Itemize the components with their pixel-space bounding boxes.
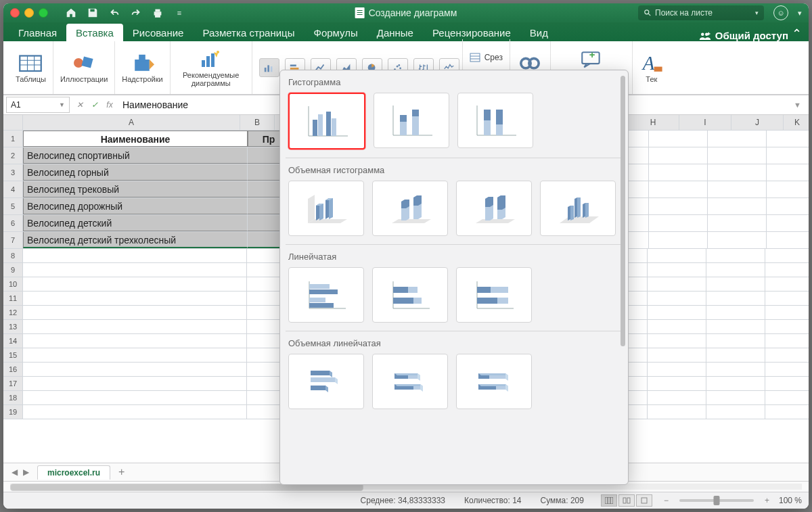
accept-formula-icon[interactable]: ✓ [87, 100, 102, 110]
undo-icon[interactable] [108, 7, 120, 19]
svg-rect-12 [82, 56, 93, 68]
view-page-break-button[interactable] [636, 494, 652, 507]
sheet-tab[interactable]: microexcel.ru [37, 465, 110, 480]
text-group[interactable]: A Тек [633, 41, 671, 94]
expand-formula-icon[interactable]: ▼ [794, 101, 809, 109]
addins-group[interactable]: Надстройки [115, 41, 170, 94]
slicer-button[interactable]: Срез [470, 53, 503, 62]
row-header[interactable]: 12 [3, 306, 23, 319]
select-all-corner[interactable] [3, 115, 23, 130]
row-header[interactable]: 13 [3, 320, 23, 333]
tab-insert[interactable]: Вставка [66, 24, 123, 41]
collapse-ribbon-icon[interactable]: ⌃ [792, 26, 802, 41]
tables-group[interactable]: Таблицы [9, 41, 53, 94]
svg-rect-1 [155, 9, 160, 12]
svg-rect-38 [654, 67, 662, 72]
tab-data[interactable]: Данные [367, 24, 423, 41]
row-header[interactable]: 14 [3, 334, 23, 348]
svg-rect-18 [211, 53, 215, 67]
row-header[interactable]: 18 [3, 391, 23, 404]
save-icon[interactable] [87, 7, 99, 19]
cell[interactable]: Велосипед дорожный [23, 198, 248, 214]
100-stacked-bar-thumb[interactable] [456, 267, 532, 323]
col-header-j[interactable]: J [731, 115, 784, 130]
recommended-charts-group[interactable]: Рекомендуемые диаграммы [171, 41, 252, 94]
cell[interactable]: Велосипед горный [23, 164, 248, 181]
3d-column-thumb[interactable] [540, 181, 616, 236]
name-box[interactable]: A1 ▼ [6, 97, 70, 113]
svg-point-19 [217, 51, 219, 53]
row-header[interactable]: 9 [3, 263, 23, 277]
stacked-column-thumb[interactable] [374, 93, 449, 148]
row-header[interactable]: 8 [3, 249, 23, 262]
cell[interactable]: Велосипед детский [23, 215, 248, 231]
col-header-a[interactable]: A [23, 115, 240, 130]
3d-clustered-column-thumb[interactable] [288, 181, 364, 236]
share-button[interactable]: Общий доступ [699, 30, 788, 41]
3d-100-stacked-column-thumb[interactable] [456, 181, 532, 236]
100-stacked-column-thumb[interactable] [457, 93, 533, 148]
col-header-k[interactable]: K [784, 115, 809, 130]
next-sheet-icon[interactable]: ▶ [20, 467, 32, 477]
svg-rect-39 [605, 497, 613, 504]
row-header[interactable]: 2 [3, 147, 23, 164]
tab-view[interactable]: Вид [520, 24, 558, 41]
feedback-icon[interactable]: ☺ [773, 5, 788, 20]
column-chart-button[interactable] [259, 58, 279, 77]
svg-rect-20 [264, 68, 266, 72]
tab-formulas[interactable]: Формулы [304, 24, 367, 41]
tab-home[interactable]: Главная [9, 24, 66, 41]
title-chevron-icon[interactable]: ▾ [798, 9, 802, 18]
cell-a1[interactable]: Наименование [23, 131, 248, 147]
prev-sheet-icon[interactable]: ◀ [9, 467, 20, 477]
row-header[interactable]: 6 [3, 215, 23, 231]
panel-scrollbar[interactable] [620, 76, 625, 479]
cell[interactable]: Велосипед спортивный [23, 147, 248, 164]
3d-stacked-column-thumb[interactable] [372, 181, 448, 236]
tab-layout[interactable]: Разметка страницы [193, 24, 304, 41]
zoom-level[interactable]: 100 % [779, 496, 802, 505]
3d-clustered-bar-thumb[interactable] [288, 354, 364, 409]
row-header[interactable]: 16 [3, 363, 23, 376]
clustered-bar-thumb[interactable] [288, 267, 364, 323]
illustrations-group[interactable]: Иллюстрации [53, 41, 115, 94]
row-header[interactable]: 4 [3, 181, 23, 197]
row-header[interactable]: 17 [3, 377, 23, 390]
qat-more-icon[interactable]: ≡ [173, 7, 185, 19]
cell[interactable]: Велосипед детский трехколесный [23, 232, 248, 248]
row-header[interactable]: 5 [3, 198, 23, 214]
3d-100-stacked-bar-thumb[interactable] [456, 354, 532, 409]
quick-access-toolbar: ≡ [65, 7, 185, 19]
zoom-slider[interactable] [679, 499, 754, 502]
row-header[interactable]: 7 [3, 232, 23, 248]
redo-icon[interactable] [130, 7, 142, 19]
add-sheet-button[interactable]: + [114, 466, 129, 478]
stacked-bar-thumb[interactable] [372, 267, 448, 323]
col-header-b[interactable]: B [240, 115, 275, 130]
minimize-window[interactable] [24, 8, 34, 18]
col-header-h[interactable]: H [627, 115, 679, 130]
search-box[interactable]: Поиск на листе ▾ [638, 5, 764, 20]
row-header[interactable]: 19 [3, 405, 23, 419]
view-normal-button[interactable] [601, 494, 617, 507]
row-header[interactable]: 15 [3, 348, 23, 362]
row-header[interactable]: 10 [3, 277, 23, 291]
maximize-window[interactable] [39, 8, 48, 18]
fx-icon[interactable]: fx [102, 100, 117, 110]
print-icon[interactable] [152, 7, 164, 19]
3d-stacked-bar-thumb[interactable] [372, 354, 448, 409]
tab-draw[interactable]: Рисование [123, 24, 194, 41]
cancel-formula-icon[interactable]: ✕ [72, 100, 87, 110]
row-header[interactable]: 1 [3, 131, 23, 147]
cell[interactable]: Велосипед трековый [23, 181, 248, 197]
home-icon[interactable] [65, 7, 77, 19]
clustered-column-thumb[interactable] [288, 93, 365, 149]
close-window[interactable] [10, 8, 20, 18]
row-header[interactable]: 3 [3, 164, 23, 181]
col-header-i[interactable]: I [679, 115, 731, 130]
view-page-layout-button[interactable] [618, 494, 635, 507]
slicer-label: Срез [484, 53, 503, 62]
row-header[interactable]: 11 [3, 292, 23, 305]
zoom-out-button[interactable]: − [660, 496, 673, 505]
zoom-in-button[interactable]: + [761, 496, 773, 505]
